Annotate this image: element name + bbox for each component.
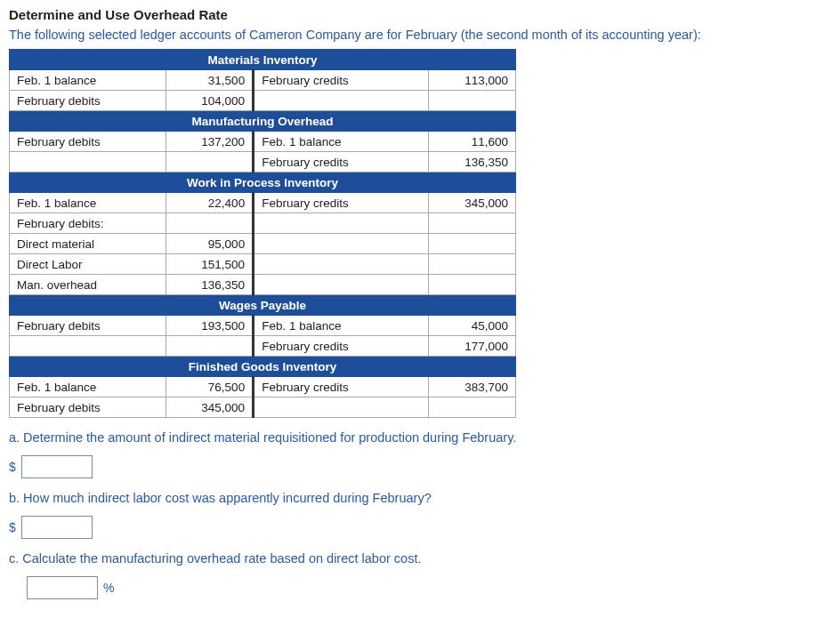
section-header-finished: Finished Goods Inventory	[10, 357, 516, 377]
cell-value	[428, 275, 515, 295]
cell-value	[166, 213, 253, 234]
section-header-wages: Wages Payable	[10, 295, 516, 316]
cell-value: 177,000	[428, 336, 515, 357]
cell-label: February debits:	[10, 213, 166, 234]
cell-label: February debits	[10, 132, 166, 152]
cell-label	[10, 152, 166, 173]
cell-label	[10, 336, 166, 357]
table-row: February debits 137,200 Feb. 1 balance 1…	[10, 132, 516, 152]
cell-value: 104,000	[166, 91, 253, 111]
cell-label	[254, 397, 429, 418]
cell-value: 136,350	[428, 152, 515, 173]
cell-label: Feb. 1 balance	[254, 316, 429, 336]
page-title: Determine and Use Overhead Rate	[9, 7, 831, 22]
table-row: February debits 345,000	[10, 397, 516, 418]
cell-label	[254, 275, 429, 295]
cell-value: 136,350	[166, 275, 253, 295]
ledger-table: Materials Inventory Feb. 1 balance 31,50…	[9, 49, 516, 418]
cell-label: Man. overhead	[10, 275, 166, 295]
question-b: b. How much indirect labor cost was appa…	[9, 491, 831, 505]
cell-value: 193,500	[166, 316, 253, 336]
dollar-sign: $	[9, 520, 16, 534]
percent-sign: %	[103, 581, 114, 595]
table-row: Man. overhead 136,350	[10, 275, 516, 295]
cell-label: February debits	[10, 91, 166, 111]
table-row: February debits 104,000	[10, 91, 516, 111]
cell-value: 76,500	[166, 377, 253, 397]
cell-label	[254, 91, 429, 111]
cell-value: 137,200	[166, 132, 253, 152]
question-a: a. Determine the amount of indirect mate…	[9, 430, 831, 445]
cell-label: February debits	[10, 397, 166, 418]
cell-label	[254, 254, 429, 275]
cell-label: Feb. 1 balance	[254, 132, 429, 152]
cell-label: February credits	[254, 70, 429, 91]
cell-value: 22,400	[166, 193, 253, 213]
cell-label	[254, 213, 429, 234]
answer-input-c[interactable]	[27, 576, 98, 599]
cell-label	[254, 234, 429, 254]
cell-value	[166, 336, 253, 357]
cell-value	[428, 397, 515, 418]
cell-value: 31,500	[166, 70, 253, 91]
cell-value: 95,000	[166, 234, 253, 254]
table-row: February debits:	[10, 213, 516, 234]
cell-value	[428, 213, 515, 234]
section-header-materials: Materials Inventory	[10, 50, 516, 70]
cell-value: 151,500	[166, 254, 253, 275]
cell-value: 383,700	[428, 377, 515, 397]
dollar-sign: $	[9, 460, 16, 474]
answer-input-b[interactable]	[21, 516, 93, 539]
table-row: Feb. 1 balance 22,400 February credits 3…	[10, 193, 516, 213]
table-row: February credits 136,350	[10, 152, 516, 173]
cell-value	[166, 152, 253, 173]
cell-value	[428, 91, 515, 111]
cell-label: Feb. 1 balance	[10, 377, 166, 397]
cell-value	[428, 254, 515, 275]
cell-value	[428, 234, 515, 254]
table-row: February debits 193,500 Feb. 1 balance 4…	[10, 316, 516, 336]
cell-value: 345,000	[428, 193, 515, 213]
cell-value: 11,600	[428, 132, 515, 152]
cell-label: Feb. 1 balance	[10, 70, 166, 91]
cell-value: 345,000	[166, 397, 253, 418]
table-row: February credits 177,000	[10, 336, 516, 357]
table-row: Feb. 1 balance 76,500 February credits 3…	[10, 377, 516, 397]
answer-input-a[interactable]	[21, 455, 93, 478]
cell-label: Direct material	[10, 234, 166, 254]
cell-label: Direct Labor	[10, 254, 166, 275]
cell-value: 113,000	[428, 70, 515, 91]
cell-value: 45,000	[428, 316, 515, 336]
section-header-manufacturing: Manufacturing Overhead	[10, 111, 516, 132]
table-row: Feb. 1 balance 31,500 February credits 1…	[10, 70, 516, 91]
cell-label: February credits	[254, 377, 429, 397]
cell-label: February credits	[254, 152, 429, 173]
cell-label: February credits	[254, 193, 429, 213]
cell-label: February debits	[10, 316, 166, 336]
question-c: c. Calculate the manufacturing overhead …	[9, 551, 831, 566]
section-header-wip: Work in Process Inventory	[10, 173, 516, 193]
table-row: Direct Labor 151,500	[10, 254, 516, 275]
cell-label: Feb. 1 balance	[10, 193, 166, 213]
cell-label: February credits	[254, 336, 429, 357]
intro-text: The following selected ledger accounts o…	[9, 28, 831, 42]
table-row: Direct material 95,000	[10, 234, 516, 254]
